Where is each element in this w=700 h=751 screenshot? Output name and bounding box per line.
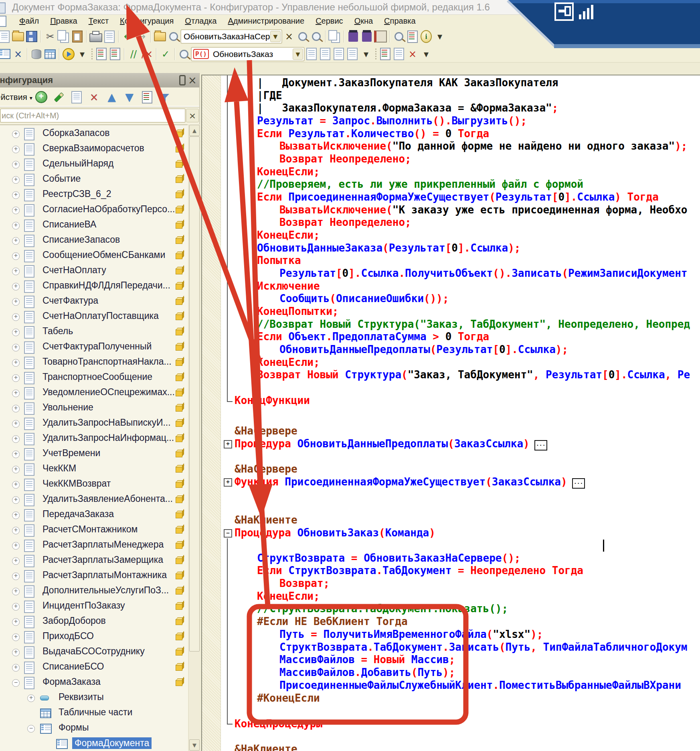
tree-item-РеестрСЗВ_6_2[interactable]: +РеестрСЗВ_6_2 bbox=[0, 188, 188, 202]
expand-icon[interactable]: + bbox=[12, 405, 20, 412]
tree-item-ИнцидентПоЗаказу[interactable]: +ИнцидентПоЗаказу bbox=[0, 600, 188, 613]
code-editor[interactable]: | Документ.ЗаказПокупателя КАК ЗаказПоку… bbox=[201, 75, 700, 751]
expand-icon[interactable]: + bbox=[12, 572, 20, 580]
expand-icon[interactable]: + bbox=[12, 374, 20, 382]
tree-item-УведомлениеОСпецрежимах[interactable]: +УведомлениеОСпецрежимах... bbox=[0, 386, 188, 400]
menu-правка[interactable]: Правка bbox=[45, 16, 83, 26]
expand-icon[interactable]: + bbox=[12, 420, 20, 428]
notes-icon[interactable] bbox=[406, 30, 419, 43]
tree-item-СверкаВзаиморасчетов[interactable]: +СверкаВзаиморасчетов bbox=[0, 142, 188, 156]
menu-файл[interactable]: Файл bbox=[14, 16, 45, 26]
tree-item-РасчетСМонтажником[interactable]: +РасчетСМонтажником bbox=[0, 524, 188, 537]
title-bar[interactable]: Документ ФормаЗаказа: ФормаДокумента - К… bbox=[0, 0, 700, 15]
tree-item-ЗаборДоборов[interactable]: +ЗаборДоборов bbox=[0, 615, 188, 629]
menu-конфигурация[interactable]: Конфигурация bbox=[114, 16, 179, 26]
tree-item-СписаниеВА[interactable]: +СписаниеВА bbox=[0, 219, 188, 232]
expand-icon[interactable]: + bbox=[12, 344, 20, 351]
tree-item-Табличные части[interactable]: Табличные части bbox=[0, 706, 188, 720]
expand-icon[interactable]: + bbox=[12, 146, 20, 153]
global-search-combo-dropdown-icon[interactable]: ▼ bbox=[270, 31, 281, 42]
close-icon[interactable]: × bbox=[186, 74, 199, 86]
procedure-combo[interactable]: P()ОбновитьЗаказ▼ bbox=[191, 47, 305, 61]
new-doc-icon[interactable] bbox=[0, 30, 11, 43]
expand-icon[interactable]: + bbox=[12, 481, 20, 489]
tree-item-СписаниеБСО[interactable]: +СписаниеБСО bbox=[0, 661, 188, 674]
menu-окна[interactable]: Окна bbox=[349, 16, 378, 26]
expand-icon[interactable]: + bbox=[12, 298, 20, 306]
tree-item-Формы[interactable]: −Формы bbox=[0, 722, 188, 735]
tree-item-СчетНаОплатуПоставщика[interactable]: +СчетНаОплатуПоставщика bbox=[0, 310, 188, 324]
wizard-icon[interactable] bbox=[346, 30, 360, 43]
expand-icon[interactable]: + bbox=[12, 664, 20, 672]
expand-icon[interactable]: + bbox=[12, 207, 20, 214]
info-icon[interactable]: i bbox=[419, 30, 433, 43]
tree-item-Реквизиты[interactable]: +Реквизиты bbox=[0, 691, 188, 705]
expand-icon[interactable]: + bbox=[12, 633, 20, 641]
find-previous-icon[interactable] bbox=[296, 30, 310, 43]
tree-scrollbar[interactable]: ▲ ▼ bbox=[188, 124, 200, 751]
cut-icon[interactable]: ✂ bbox=[43, 30, 57, 43]
expand-icon[interactable]: + bbox=[12, 268, 20, 275]
expand-icon[interactable]: + bbox=[12, 527, 20, 534]
tree-item-СогласиеНаОбработкуПерсо[interactable]: +СогласиеНаОбработкуПерсо... bbox=[0, 203, 188, 217]
expand-icon[interactable]: + bbox=[12, 649, 20, 656]
tree-item-Событие[interactable]: +Событие bbox=[0, 173, 188, 187]
collapsed-code-icon[interactable]: ... bbox=[534, 440, 547, 451]
collapsed-code-icon[interactable]: ... bbox=[572, 478, 585, 489]
procedures-list-icon[interactable] bbox=[177, 47, 191, 61]
menu-текст[interactable]: Текст bbox=[83, 16, 114, 26]
search-clear-icon[interactable]: × bbox=[186, 109, 199, 122]
tree-item-УдалитьЗаявлениеАбонента[interactable]: +УдалитьЗаявлениеАбонента... bbox=[0, 493, 188, 507]
expand-icon[interactable]: + bbox=[12, 329, 20, 336]
menu-администрирование[interactable]: Администрирование bbox=[222, 16, 310, 26]
doc-plain-icon[interactable] bbox=[346, 47, 359, 61]
sort-list-icon[interactable] bbox=[138, 90, 156, 104]
find-icon[interactable] bbox=[167, 30, 180, 43]
undo-icon[interactable]: ← bbox=[121, 30, 135, 43]
debug-options-icon[interactable]: ▾ bbox=[75, 47, 89, 61]
template-a-icon[interactable] bbox=[95, 47, 108, 61]
goto-prev-icon[interactable] bbox=[305, 47, 318, 61]
tree-item-ЧекККМ[interactable]: +ЧекККМ bbox=[0, 463, 188, 476]
find-next-icon[interactable] bbox=[310, 30, 323, 43]
collapse-icon[interactable]: − bbox=[12, 679, 20, 687]
redo-icon[interactable]: → bbox=[135, 30, 148, 43]
procedure-combo-dropdown-icon[interactable]: ▼ bbox=[293, 49, 303, 60]
help-doc-icon[interactable] bbox=[378, 47, 392, 61]
tree-item-СчетФактураПолученный[interactable]: +СчетФактураПолученный bbox=[0, 341, 188, 354]
tree-item-СборкаЗапасов[interactable]: +СборкаЗапасов bbox=[0, 127, 188, 141]
menu-сервис[interactable]: Сервис bbox=[310, 16, 349, 26]
menu-отладка[interactable]: Отладка bbox=[179, 16, 222, 26]
expand-icon[interactable]: + bbox=[12, 176, 20, 184]
more2-dropdown-icon[interactable]: ▾ bbox=[419, 47, 433, 61]
tree-item-ТранспортноеСообщение[interactable]: +ТранспортноеСообщение bbox=[0, 371, 188, 385]
tree-item-ТоварноТранспортнаяНакла[interactable]: +ТоварноТранспортнаяНакла... bbox=[0, 356, 188, 369]
fold-collapse-icon[interactable]: − bbox=[224, 529, 232, 538]
find-in-files-icon[interactable] bbox=[153, 30, 167, 43]
expand-icon[interactable]: + bbox=[12, 511, 20, 519]
expand-icon[interactable]: + bbox=[27, 694, 35, 702]
pin-icon[interactable] bbox=[179, 75, 186, 85]
expand-icon[interactable]: + bbox=[12, 283, 20, 290]
expand-icon[interactable]: + bbox=[12, 161, 20, 168]
scroll-up-icon[interactable]: ▲ bbox=[189, 125, 200, 136]
tree-item-ВыдачаБСОСотруднику[interactable]: +ВыдачаБСОСотруднику bbox=[0, 645, 188, 659]
tree-item-ФормаЗаказа[interactable]: −ФормаЗаказа bbox=[0, 676, 188, 690]
tree-item-ЧекККМВозврат[interactable]: +ЧекККМВозврат bbox=[0, 478, 188, 491]
delete-doc-icon[interactable]: × bbox=[406, 47, 419, 61]
move-down-icon[interactable]: ▼ bbox=[121, 90, 138, 104]
expand-icon[interactable]: + bbox=[12, 359, 20, 367]
search-clear-icon[interactable]: × bbox=[282, 30, 296, 43]
tree-item-РасчетЗарплатыМонтажника[interactable]: +РасчетЗарплатыМонтажника bbox=[0, 569, 188, 583]
tree-item-УдалитьЗапросНаВыпискуИ[interactable]: +УдалитьЗапросНаВыпискуИ... bbox=[0, 417, 188, 430]
expand-icon[interactable]: + bbox=[12, 542, 20, 550]
edit-doc-icon[interactable] bbox=[392, 47, 406, 61]
expand-icon[interactable]: + bbox=[12, 313, 20, 321]
delete-icon[interactable]: × bbox=[85, 90, 103, 104]
tree-item-ДополнительныеУслугиПоЗ[interactable]: +ДополнительныеУслугиПоЗ... bbox=[0, 585, 188, 598]
expand-icon[interactable]: + bbox=[12, 237, 20, 245]
print-icon[interactable] bbox=[89, 30, 103, 43]
collapse-icon[interactable]: − bbox=[27, 725, 35, 733]
tree-item-Табель[interactable]: +Табель bbox=[0, 325, 188, 339]
add-icon[interactable]: + bbox=[32, 90, 50, 104]
